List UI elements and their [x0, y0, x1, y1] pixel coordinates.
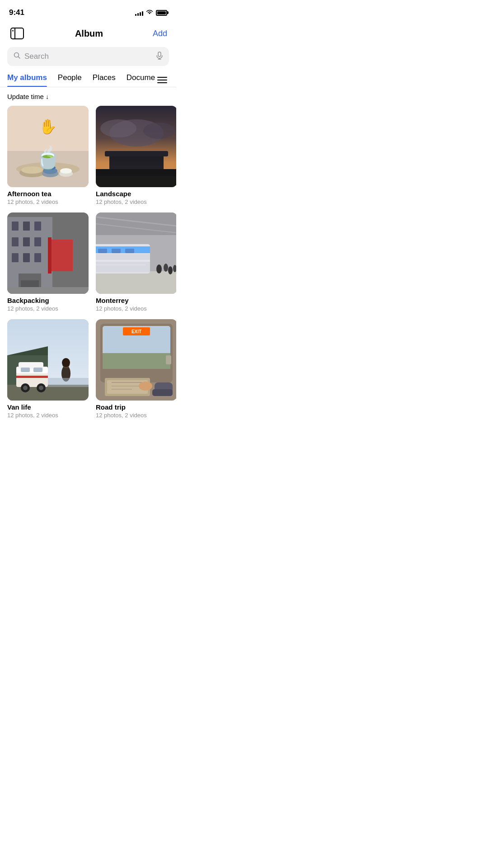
album-thumbnail	[96, 106, 176, 187]
svg-rect-25	[105, 151, 168, 156]
svg-rect-74	[16, 376, 48, 378]
add-button[interactable]: Add	[153, 29, 167, 38]
svg-text:EXIT: EXIT	[131, 329, 141, 334]
svg-rect-15	[46, 160, 48, 168]
svg-rect-92	[152, 389, 173, 396]
svg-point-19	[60, 168, 72, 174]
wifi-icon	[146, 9, 153, 16]
svg-point-72	[23, 386, 28, 390]
album-name: Road trip	[96, 403, 176, 411]
album-thumbnail	[7, 319, 89, 401]
tab-menu-button[interactable]	[155, 75, 169, 85]
status-time: 9:41	[9, 8, 24, 17]
tab-places[interactable]: Places	[93, 73, 116, 87]
svg-point-14	[45, 165, 56, 170]
album-item[interactable]: Monterrey 12 photos, 2 videos	[96, 212, 176, 312]
album-item[interactable]: Landscape 12 photos, 2 videos	[96, 106, 176, 205]
tab-documents[interactable]: Docume	[127, 73, 155, 87]
svg-rect-34	[23, 237, 30, 246]
album-thumbnail	[96, 212, 176, 294]
album-item[interactable]: Backpacking 12 photos, 2 videos	[7, 212, 89, 312]
svg-point-55	[156, 264, 162, 274]
svg-rect-60	[96, 264, 145, 265]
album-name: Landscape	[96, 190, 176, 198]
album-count: 12 photos, 2 videos	[96, 198, 176, 205]
svg-rect-69	[33, 368, 42, 372]
page-title: Album	[75, 28, 103, 39]
header: Album Add	[0, 22, 176, 47]
album-thumbnail: EXIT	[96, 319, 176, 401]
tab-my-albums[interactable]: My albums	[7, 73, 47, 87]
album-item[interactable]: Afternoon tea 12 photos, 2 videos	[7, 106, 89, 205]
status-bar: 9:41	[0, 0, 176, 22]
svg-rect-64	[7, 385, 89, 401]
svg-rect-31	[23, 222, 30, 231]
svg-rect-32	[34, 222, 41, 231]
svg-rect-33	[12, 237, 19, 246]
sidebar-button[interactable]	[9, 25, 25, 42]
tabs-scroll: My albums People Places Docume	[7, 73, 155, 87]
search-bar[interactable]: Search	[7, 47, 169, 66]
svg-rect-36	[12, 253, 19, 262]
svg-rect-78	[48, 378, 89, 387]
search-input[interactable]: Search	[24, 52, 153, 61]
hamburger-icon	[157, 77, 167, 83]
svg-point-22	[100, 119, 136, 137]
svg-rect-82	[103, 353, 170, 369]
album-name: Van life	[7, 403, 89, 411]
album-item[interactable]: Van life 12 photos, 2 videos	[7, 319, 89, 419]
svg-rect-0	[11, 28, 23, 39]
svg-rect-41	[50, 240, 73, 271]
svg-rect-38	[34, 253, 41, 262]
album-thumbnail	[7, 106, 89, 187]
album-name: Afternoon tea	[7, 190, 89, 198]
search-icon	[14, 52, 21, 61]
album-name: Backpacking	[7, 297, 89, 304]
svg-point-56	[164, 264, 168, 272]
svg-rect-53	[112, 249, 121, 253]
svg-rect-4	[158, 52, 161, 57]
svg-rect-35	[34, 237, 41, 246]
status-icons	[135, 9, 167, 16]
svg-rect-59	[96, 260, 150, 262]
svg-rect-52	[98, 249, 107, 253]
sort-row[interactable]: Update time ↓	[0, 87, 176, 104]
sort-arrow: ↓	[46, 93, 49, 100]
album-count: 12 photos, 2 videos	[7, 198, 89, 205]
battery-icon	[156, 10, 167, 16]
svg-point-11	[21, 166, 43, 174]
svg-point-77	[62, 358, 70, 367]
svg-rect-30	[12, 222, 19, 231]
album-count: 12 photos, 2 videos	[7, 305, 89, 312]
sort-label: Update time	[7, 93, 44, 100]
svg-point-73	[39, 386, 43, 390]
svg-rect-16	[48, 159, 50, 167]
album-item[interactable]: EXIT Road trip 12 photos, 2 videos	[96, 319, 176, 419]
tab-people[interactable]: People	[58, 73, 82, 87]
svg-point-23	[143, 123, 175, 139]
tabs-bar: My albums People Places Docume	[0, 73, 176, 87]
svg-rect-93	[166, 355, 171, 364]
svg-rect-68	[21, 368, 30, 372]
album-count: 12 photos, 2 videos	[7, 412, 89, 419]
signal-icon	[135, 9, 143, 16]
svg-rect-17	[51, 160, 53, 167]
svg-point-57	[168, 266, 173, 274]
svg-rect-48	[96, 271, 176, 294]
svg-point-13	[43, 168, 57, 174]
svg-rect-37	[23, 253, 30, 262]
album-grid: Afternoon tea 12 photos, 2 videos	[0, 104, 176, 426]
svg-point-2	[12, 30, 14, 32]
search-container: Search	[0, 47, 176, 73]
svg-rect-54	[125, 249, 134, 253]
svg-rect-43	[7, 287, 89, 294]
mic-icon[interactable]	[156, 52, 163, 61]
svg-point-90	[139, 382, 152, 391]
svg-rect-51	[96, 254, 150, 272]
svg-rect-27	[96, 169, 176, 176]
album-thumbnail	[7, 212, 89, 294]
album-count: 12 photos, 2 videos	[96, 305, 176, 312]
album-count: 12 photos, 2 videos	[96, 412, 176, 419]
album-name: Monterrey	[96, 297, 176, 304]
svg-rect-42	[48, 237, 52, 274]
